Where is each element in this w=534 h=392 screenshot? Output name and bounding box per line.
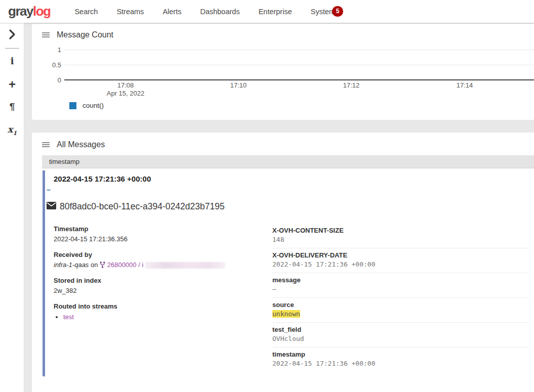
notification-count-badge[interactable]: 5 bbox=[332, 6, 343, 17]
nav-item-streams[interactable]: Streams bbox=[116, 8, 144, 16]
message-count-widget: Message Count 1 0.5 0 17:08 17:10 17:12 … bbox=[32, 24, 534, 120]
plus-icon: + bbox=[9, 77, 16, 91]
stream-list-item: test bbox=[63, 312, 269, 322]
create-button[interactable]: + bbox=[0, 77, 24, 92]
nav-item-search[interactable]: Search bbox=[74, 8, 98, 16]
widget-drag-handle-icon[interactable] bbox=[42, 31, 50, 38]
legend-swatch-count[interactable] bbox=[69, 102, 76, 109]
widget-title: Message Count bbox=[57, 30, 113, 39]
chevron-right-icon bbox=[9, 33, 16, 41]
code-fork-icon bbox=[100, 261, 107, 269]
stream-list: test bbox=[54, 312, 269, 322]
field-entry: X-OVH-DELIVERY-DATE 2022-04-15 17:21:36 … bbox=[272, 248, 529, 273]
field-entry: X-OVH-CONTENT-SIZE 148 bbox=[272, 224, 529, 248]
message-details-left: Timestamp 2022-04-15 17:21:36.356 Receiv… bbox=[54, 225, 269, 322]
field-name[interactable]: source bbox=[272, 301, 529, 309]
message-row-timestamp[interactable]: 2022-04-15 17:21:36 +00:00 bbox=[54, 175, 151, 183]
graylog-logo[interactable]: graylog bbox=[8, 0, 50, 23]
pilcrow-icon: ¶ bbox=[10, 101, 15, 112]
message-accent-bar bbox=[43, 170, 45, 376]
message-summary-link[interactable]: – bbox=[47, 186, 51, 194]
fields-button[interactable]: x1 bbox=[0, 124, 24, 137]
field-value: 148 bbox=[272, 236, 529, 243]
nav-item-dashboards[interactable]: Dashboards bbox=[200, 8, 239, 16]
field-value: 2022-04-15 17:21:36 +00:00 bbox=[272, 360, 529, 367]
logo-text-gray: gray bbox=[8, 4, 33, 19]
gridline bbox=[64, 65, 534, 65]
column-header-timestamp[interactable]: timestamp bbox=[42, 155, 534, 168]
x-axis-tick: 17:08 bbox=[110, 81, 141, 89]
field-name[interactable]: message bbox=[272, 276, 529, 284]
top-navbar: graylog Search Streams Alerts Dashboards… bbox=[0, 0, 534, 23]
all-messages-widget: All Messages timestamp 2022-04-15 17:21:… bbox=[32, 133, 534, 392]
expand-sidebar-button[interactable] bbox=[0, 29, 24, 42]
widget-drag-handle-icon[interactable] bbox=[42, 141, 50, 148]
field-entry: message – bbox=[272, 273, 529, 298]
timestamp-label: Timestamp bbox=[54, 225, 269, 233]
logo-text-log: log bbox=[33, 4, 51, 19]
info-icon: i bbox=[10, 55, 14, 66]
x-axis-line bbox=[64, 79, 534, 80]
message-fields-list: X-OVH-CONTENT-SIZE 148 X-OVH-DELIVERY-DA… bbox=[272, 224, 529, 372]
field-name[interactable]: timestamp bbox=[272, 351, 529, 358]
field-entry: source unknown bbox=[272, 298, 529, 323]
legend-label-count[interactable]: count() bbox=[83, 102, 104, 109]
field-value: OVHcloud bbox=[272, 335, 529, 342]
search-sidebar-rail: i + ¶ x1 bbox=[0, 23, 24, 392]
received-by-on-text: on bbox=[91, 261, 98, 269]
y-axis-tick: 0 bbox=[43, 76, 61, 84]
nav-item-enterprise[interactable]: Enterprise bbox=[259, 8, 292, 16]
x-axis-tick: 17:10 bbox=[223, 81, 254, 89]
field-name[interactable]: X-OVH-DELIVERY-DATE bbox=[272, 251, 529, 259]
nav-item-system-label: System bbox=[311, 8, 335, 16]
field-entry: test_field OVHcloud bbox=[272, 323, 529, 347]
y-axis-tick: 1 bbox=[43, 46, 61, 54]
envelope-icon bbox=[47, 202, 56, 211]
x-axis-date-label: Apr 15, 2022 bbox=[98, 90, 153, 97]
routed-into-streams-label: Routed into streams bbox=[54, 302, 269, 310]
x-axis-tick: 17:12 bbox=[336, 81, 366, 89]
x-subscript-icon: x1 bbox=[8, 124, 17, 135]
stored-in-index-label: Stored in index bbox=[54, 277, 269, 284]
input-link[interactable]: 26800000 / i bbox=[107, 261, 144, 269]
y-axis-tick: 0.5 bbox=[43, 61, 61, 69]
field-entry: timestamp 2022-04-15 17:21:36 +00:00 bbox=[272, 347, 529, 372]
field-name[interactable]: test_field bbox=[272, 326, 529, 333]
received-by-value: infra-1-qaas on 26800000 / i bbox=[54, 260, 269, 269]
gridline bbox=[64, 50, 534, 50]
sidebar-divider bbox=[5, 48, 19, 49]
stored-in-index-value: 2w_382 bbox=[54, 286, 269, 295]
field-name[interactable]: X-OVH-CONTENT-SIZE bbox=[272, 227, 529, 234]
description-button[interactable]: i bbox=[0, 55, 24, 66]
receiving-node: infra-1-qaas bbox=[54, 261, 89, 269]
field-value: – bbox=[272, 285, 529, 293]
nav-menu: Search Streams Alerts Dashboards Enterpr… bbox=[74, 8, 342, 16]
message-id[interactable]: 80f8adc0-bce0-11ec-a394-0242d23b7195 bbox=[60, 201, 225, 212]
field-value: 2022-04-15 17:21:36 +00:00 bbox=[272, 260, 529, 268]
redacted-input-name bbox=[145, 262, 225, 269]
received-by-label: Received by bbox=[54, 251, 269, 258]
stream-link-test[interactable]: test bbox=[63, 313, 74, 321]
field-value-highlighted: unknown bbox=[272, 310, 300, 318]
widget-title: All Messages bbox=[57, 140, 105, 149]
formatting-highlighting-button[interactable]: ¶ bbox=[0, 101, 24, 112]
x-axis-tick: 17:14 bbox=[449, 81, 480, 89]
timestamp-value: 2022-04-15 17:21:36.356 bbox=[54, 235, 269, 243]
nav-item-alerts[interactable]: Alerts bbox=[162, 8, 181, 16]
